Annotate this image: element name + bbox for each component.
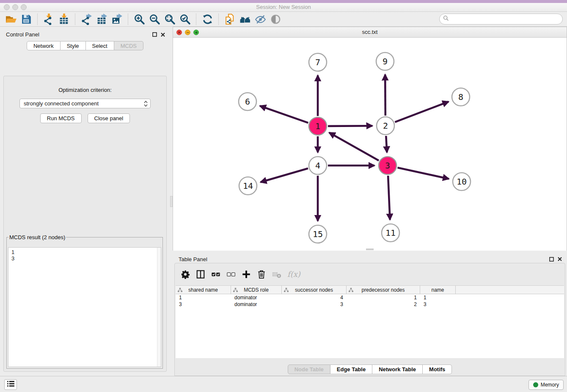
cell-predecessor-nodes[interactable]: 1: [347, 295, 420, 301]
desktop-background-strip: [0, 0, 567, 3]
function-builder-icon: f(x): [287, 270, 300, 279]
delete-row-icon[interactable]: [257, 270, 266, 279]
mcds-result-textarea[interactable]: 1 3: [8, 247, 161, 367]
svg-text:4: 4: [315, 160, 320, 171]
export-image-icon[interactable]: [109, 13, 124, 25]
cell-shared-name[interactable]: 1: [176, 295, 231, 301]
network-edge-1-6[interactable]: [260, 106, 308, 123]
cell-mcds-role[interactable]: dominator: [231, 301, 282, 307]
table-tab-node-table[interactable]: Node Table: [288, 364, 330, 374]
network-node-3[interactable]: 3: [379, 157, 396, 174]
network-node-4[interactable]: 4: [309, 157, 327, 174]
tree-hierarchy-icon: [233, 287, 238, 294]
network-node-14[interactable]: 14: [239, 177, 257, 195]
column-header-successor-nodes[interactable]: successor nodes: [282, 286, 347, 294]
network-node-2[interactable]: 2: [377, 117, 394, 135]
mcds-result-lines: 1 3: [8, 248, 161, 262]
network-node-7[interactable]: 7: [309, 53, 327, 71]
hide-graphics-details-icon[interactable]: [253, 13, 268, 25]
svg-text:9: 9: [383, 56, 388, 66]
run-mcds-button[interactable]: Run MCDS: [40, 113, 82, 123]
control-panel: Control Panel NetworkStyleSelectMCDS Opt…: [0, 27, 170, 376]
zoom-fit-icon[interactable]: [162, 13, 177, 25]
column-header-shared-name[interactable]: shared name: [176, 286, 231, 294]
network-node-15[interactable]: 15: [309, 225, 327, 243]
refresh-icon[interactable]: [200, 13, 215, 25]
search-box[interactable]: [439, 14, 563, 25]
mcds-result-title: MCDS result (2 nodes): [8, 234, 66, 240]
network-edge-2-8[interactable]: [395, 102, 449, 122]
network-edge-3-10[interactable]: [398, 168, 449, 179]
table-row[interactable]: 1dominator411: [176, 294, 564, 301]
control-tab-select[interactable]: Select: [86, 41, 114, 50]
column-header-mcds-role[interactable]: MCDS role: [231, 286, 282, 294]
network-edge-3-1[interactable]: [329, 133, 379, 160]
add-row-icon[interactable]: [242, 270, 251, 279]
canvas-horizontal-scrollbar[interactable]: [366, 248, 374, 250]
result-scrollbar[interactable]: [157, 248, 161, 367]
network-edge-2-3[interactable]: [386, 136, 387, 152]
select-all-icon[interactable]: [211, 270, 220, 279]
table-row[interactable]: 3dominator323: [176, 301, 564, 308]
close-table-panel-icon[interactable]: [558, 257, 562, 261]
save-session-icon[interactable]: [19, 13, 34, 25]
cell-shared-name[interactable]: 3: [176, 301, 231, 307]
zoom-out-icon[interactable]: [147, 13, 162, 25]
network-edge-4-14[interactable]: [261, 168, 308, 182]
cell-mcds-role[interactable]: dominator: [231, 295, 282, 301]
close-panel-button[interactable]: Close panel: [88, 113, 130, 123]
memory-button[interactable]: Memory: [528, 380, 564, 390]
control-tab-style[interactable]: Style: [61, 41, 86, 50]
close-panel-icon[interactable]: [161, 33, 165, 37]
toolbar-separator: [128, 14, 128, 25]
table-tab-edge-table[interactable]: Edge Table: [330, 364, 372, 374]
open-folder-icon[interactable]: [3, 13, 19, 25]
network-edge-2-9[interactable]: [385, 75, 385, 116]
zoom-selected-icon[interactable]: [177, 13, 193, 25]
clone-network-icon[interactable]: [222, 13, 237, 25]
float-panel-icon[interactable]: [152, 32, 157, 37]
criterion-dropdown[interactable]: strongly connected component: [19, 99, 151, 108]
network-window-titlebar[interactable]: scc.txt: [173, 27, 567, 38]
network-canvas[interactable]: 7968124314101511: [173, 38, 567, 251]
network-node-8[interactable]: 8: [452, 88, 470, 106]
split-panel-icon[interactable]: [196, 270, 205, 279]
network-node-11[interactable]: 11: [382, 224, 399, 242]
import-table-icon[interactable]: [56, 13, 72, 25]
task-history-button[interactable]: [4, 379, 17, 390]
table-panel: Table Panel f(x) shared nameMCDS rolesuc…: [173, 252, 567, 376]
node-table: shared nameMCDS rolesuccessor nodesprede…: [176, 285, 564, 358]
export-network-icon[interactable]: [79, 13, 94, 25]
cell-successor-nodes[interactable]: 3: [282, 301, 347, 307]
search-icon: [443, 15, 449, 23]
control-tab-mcds[interactable]: MCDS: [114, 41, 143, 50]
table-tab-network-table[interactable]: Network Table: [372, 364, 423, 374]
network-node-10[interactable]: 10: [453, 173, 471, 190]
column-header-name[interactable]: name: [420, 286, 456, 294]
svg-text:14: 14: [243, 181, 253, 191]
search-input[interactable]: [451, 16, 559, 22]
network-edge-1-2[interactable]: [328, 126, 372, 126]
network-overview-icon[interactable]: [237, 13, 253, 25]
network-node-6[interactable]: 6: [239, 93, 256, 110]
column-header-predecessor-nodes[interactable]: predecessor nodes: [347, 286, 420, 294]
svg-text:11: 11: [385, 228, 396, 238]
network-edge-3-11[interactable]: [388, 176, 390, 220]
cell-name[interactable]: 3: [420, 301, 456, 307]
table-tab-motifs[interactable]: Motifs: [423, 364, 452, 374]
cell-predecessor-nodes[interactable]: 2: [347, 301, 420, 307]
cell-name[interactable]: 1: [420, 295, 456, 301]
node-table-rows: 1dominator4113dominator323: [176, 294, 564, 308]
gear-icon[interactable]: [181, 270, 190, 279]
import-network-icon[interactable]: [41, 13, 56, 25]
control-tab-network[interactable]: Network: [27, 41, 61, 50]
zoom-in-icon[interactable]: [132, 13, 147, 25]
deselect-all-icon[interactable]: [226, 270, 236, 279]
float-table-panel-icon[interactable]: [549, 257, 554, 262]
export-table-icon[interactable]: [94, 13, 109, 25]
network-node-9[interactable]: 9: [376, 52, 394, 70]
svg-text:8: 8: [458, 92, 463, 102]
svg-text:2: 2: [383, 121, 388, 131]
cell-successor-nodes[interactable]: 4: [282, 295, 347, 301]
network-node-1[interactable]: 1: [309, 117, 327, 135]
